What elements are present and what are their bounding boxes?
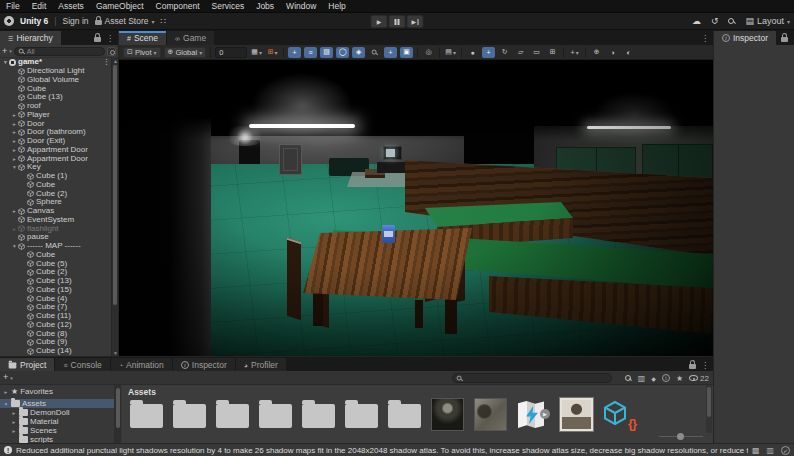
thumbnail-zoom-slider[interactable]: [659, 432, 703, 440]
assets-scrollbar[interactable]: [706, 385, 712, 433]
project-tree-item-favorites[interactable]: ▸★Favorites: [0, 387, 120, 396]
hierarchy-item[interactable]: Cube (13): [0, 93, 112, 102]
package-manager-icon[interactable]: ▩: [752, 446, 760, 455]
play-button[interactable]: ▶: [371, 15, 388, 28]
asset-thumbnail-painting-image[interactable]: [474, 398, 507, 431]
pivot-mode-dropdown[interactable]: ⊡Pivot▾: [123, 47, 161, 58]
pause-button[interactable]: [389, 15, 406, 28]
search-picker-icon[interactable]: [107, 47, 116, 56]
layout-dropdown[interactable]: ▤ Layout ▾: [745, 16, 790, 26]
hierarchy-item[interactable]: Cube (15): [0, 286, 112, 295]
hierarchy-item[interactable]: Cube: [0, 181, 112, 190]
tab-scene[interactable]: #Scene: [119, 31, 166, 45]
hierarchy-item[interactable]: Sphere: [0, 198, 112, 207]
asset-thumbnail-folder[interactable]: [216, 398, 249, 431]
project-tree-item-scenes[interactable]: ▸Scenes: [0, 426, 120, 435]
expander-icon[interactable]: ▸: [11, 207, 18, 215]
tab-animation[interactable]: ◔Animation: [111, 358, 172, 372]
scene-search-icon[interactable]: [368, 47, 381, 58]
transform-tool-icon[interactable]: ⊞: [546, 47, 559, 58]
hierarchy-item[interactable]: ▸Appartment Door: [0, 146, 112, 155]
hierarchy-item[interactable]: EventSystem: [0, 216, 112, 225]
expander-icon[interactable]: ▸: [11, 419, 17, 425]
menu-item-window[interactable]: Window: [280, 1, 322, 11]
asset-thumbnail-folder[interactable]: [173, 398, 206, 431]
gizmos-toggle-icon[interactable]: ◐: [622, 47, 635, 58]
tab-inspector[interactable]: iInspector: [173, 358, 235, 372]
hierarchy-item[interactable]: Global Volume: [0, 76, 112, 85]
hierarchy-item[interactable]: ▸Appartment Door: [0, 154, 112, 163]
cloud-icon[interactable]: ☁: [692, 16, 701, 26]
search-by-type-icon[interactable]: [625, 375, 632, 382]
hierarchy-item[interactable]: ▸flashlight: [0, 224, 112, 233]
expander-icon[interactable]: ▾: [11, 163, 18, 171]
asset-store-button[interactable]: Asset Store ▾: [95, 16, 155, 26]
tab-console[interactable]: ≡Console: [55, 358, 109, 372]
project-search-input[interactable]: [465, 375, 595, 382]
expander-icon[interactable]: ▸: [11, 111, 18, 119]
tab-hierarchy[interactable]: ☰ Hierarchy: [0, 31, 61, 45]
tab-profiler[interactable]: ◕Profiler: [236, 358, 286, 372]
hierarchy-item[interactable]: Cube: [0, 251, 112, 260]
expander-icon[interactable]: ▸: [3, 389, 9, 395]
custom-tool-icon[interactable]: +▾: [568, 47, 581, 58]
tab-inspector[interactable]: i Inspector: [714, 31, 776, 45]
hierarchy-item[interactable]: ▾------ MAP ------: [0, 242, 112, 251]
warning-icon[interactable]: !: [4, 446, 12, 454]
tab-project[interactable]: Project: [0, 358, 54, 372]
panel-menu-icon[interactable]: ⋮: [701, 34, 709, 43]
asset-thumbnail-folder[interactable]: [388, 398, 421, 431]
menu-item-services[interactable]: Services: [206, 1, 251, 11]
expander-icon[interactable]: ▸: [11, 428, 17, 434]
rect-tool-icon[interactable]: ▭: [530, 47, 543, 58]
hierarchy-item[interactable]: Cube (14): [0, 347, 112, 356]
hierarchy-scrollbar[interactable]: ▲ ▼: [111, 58, 118, 356]
status-message[interactable]: Reduced additional punctual light shadow…: [16, 446, 748, 455]
orientation-dropdown[interactable]: ⊕Global▾: [164, 47, 207, 58]
lock-icon[interactable]: [689, 364, 696, 369]
shading-toggle-icon[interactable]: ◑: [606, 47, 619, 58]
version-control-icon[interactable]: ∷: [161, 16, 166, 26]
panel-menu-icon[interactable]: ⋮: [106, 34, 114, 43]
expander-icon[interactable]: ▸: [11, 410, 17, 416]
asset-thumbnail-model-script[interactable]: {}: [603, 398, 636, 431]
expander-icon[interactable]: ▾: [3, 401, 9, 407]
menu-item-edit[interactable]: Edit: [26, 1, 53, 11]
lighting-toggle-icon[interactable]: ◯: [336, 47, 349, 58]
save-search-icon[interactable]: ★: [676, 374, 683, 383]
create-asset-caret[interactable]: ▾: [10, 375, 13, 381]
hierarchy-item[interactable]: Cube (12): [0, 321, 112, 330]
effects-toggle-icon[interactable]: ◈: [352, 47, 365, 58]
asset-thumbnail-doll-image[interactable]: [431, 398, 464, 431]
expander-icon[interactable]: ▾: [11, 242, 18, 250]
rotate-tool-icon[interactable]: ↻: [498, 47, 511, 58]
camera-preview-icon[interactable]: ▣: [400, 47, 413, 58]
move-tool-icon[interactable]: +: [482, 47, 495, 58]
expander-icon[interactable]: ▸: [11, 120, 18, 128]
scene-viewport[interactable]: [119, 60, 713, 356]
expander-icon[interactable]: ▸: [11, 146, 18, 154]
component-overlay-icon[interactable]: ≡: [304, 47, 317, 58]
expander-icon[interactable]: ▾: [2, 58, 9, 66]
panel-menu-icon[interactable]: ⋮: [701, 361, 709, 370]
project-tree-scrollbar[interactable]: [114, 385, 121, 444]
grid-visibility-icon[interactable]: ▦▾: [250, 47, 263, 58]
asset-thumbnail-folder[interactable]: [302, 398, 335, 431]
hierarchy-item[interactable]: roof: [0, 102, 112, 111]
expander-icon[interactable]: ▸: [11, 128, 18, 136]
project-tree-item-assets[interactable]: ▾Assets: [0, 399, 120, 408]
create-asset-button[interactable]: +: [3, 373, 8, 382]
scale-tool-icon[interactable]: ▱: [514, 47, 527, 58]
menu-item-gameobject[interactable]: GameObject: [90, 1, 150, 11]
background-tasks-icon[interactable]: ✓: [781, 446, 790, 455]
add-object-button[interactable]: +: [2, 47, 7, 56]
snap-increment-field[interactable]: 0: [215, 47, 247, 58]
hidden-count[interactable]: 22: [689, 374, 709, 383]
step-button[interactable]: ▶: [407, 15, 424, 28]
asset-thumbnail-portrait-image[interactable]: [560, 398, 593, 431]
move-overlay-icon[interactable]: +: [288, 47, 301, 58]
menu-item-component[interactable]: Component: [150, 1, 206, 11]
add-object-caret[interactable]: ▾: [9, 48, 12, 54]
tab-game[interactable]: ∞Game: [167, 31, 214, 45]
asset-thumbnail-folder[interactable]: [259, 398, 292, 431]
